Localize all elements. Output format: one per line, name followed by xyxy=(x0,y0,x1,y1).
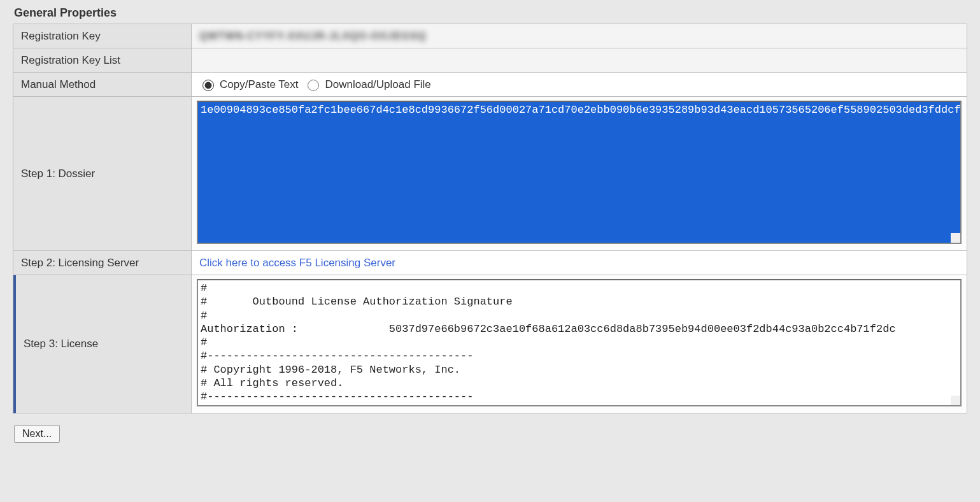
row-registration-key-list: Registration Key List xyxy=(13,48,967,73)
value-step2: Click here to access F5 Licensing Server xyxy=(192,251,967,275)
dossier-textarea[interactable] xyxy=(197,101,962,244)
next-button[interactable]: Next... xyxy=(14,425,60,443)
radio-copy-paste-text: Copy/Paste Text xyxy=(220,78,298,91)
value-registration-key-list xyxy=(192,48,967,72)
radio-download-upload-label[interactable]: Download/Upload File xyxy=(304,78,430,91)
radio-download-upload-text: Download/Upload File xyxy=(325,78,430,91)
radio-copy-paste-label[interactable]: Copy/Paste Text xyxy=(199,78,298,91)
row-step3-license: Step 3: License xyxy=(13,275,967,413)
label-registration-key: Registration Key xyxy=(13,24,192,48)
license-textarea[interactable] xyxy=(197,279,962,406)
label-step3: Step 3: License xyxy=(16,275,192,413)
label-manual-method: Manual Method xyxy=(13,73,192,96)
properties-panel: Registration Key QWTWN-CYYFY-XXUJR-JLXQO… xyxy=(13,24,967,413)
radio-copy-paste[interactable] xyxy=(202,80,214,91)
row-registration-key: Registration Key QWTWN-CYYFY-XXUJR-JLXQO… xyxy=(13,24,967,48)
label-step2: Step 2: Licensing Server xyxy=(13,251,192,275)
row-manual-method: Manual Method Copy/Paste Text Download/U… xyxy=(13,73,967,97)
value-registration-key: QWTWN-CYYFY-XXUJR-JLXQO-OOJEGSQ xyxy=(192,24,967,48)
manual-method-radio-group: Copy/Paste Text Download/Upload File xyxy=(199,78,435,91)
step1-textarea-wrap xyxy=(192,97,967,250)
label-step1: Step 1: Dossier xyxy=(13,97,192,250)
radio-download-upload[interactable] xyxy=(308,80,319,91)
registration-key-text: QWTWN-CYYFY-XXUJR-JLXQO-OOJEGSQ xyxy=(199,31,426,42)
step3-textarea-wrap xyxy=(192,275,967,413)
row-step1-dossier: Step 1: Dossier xyxy=(13,97,967,251)
row-step2-licensing-server: Step 2: Licensing Server Click here to a… xyxy=(13,251,967,275)
licensing-server-link[interactable]: Click here to access F5 Licensing Server xyxy=(199,257,395,269)
page-title: General Properties xyxy=(14,6,967,20)
value-manual-method: Copy/Paste Text Download/Upload File xyxy=(192,73,967,96)
label-registration-key-list: Registration Key List xyxy=(13,48,192,72)
